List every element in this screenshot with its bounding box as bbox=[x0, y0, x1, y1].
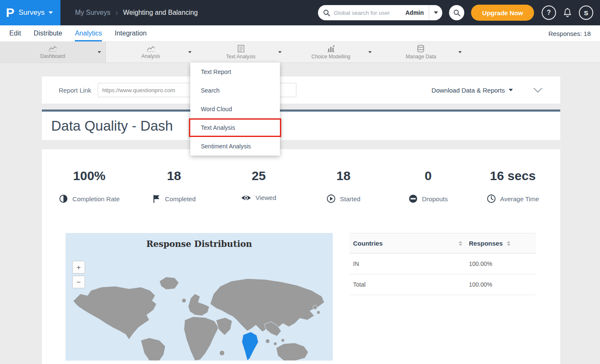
stat-label: Average Time bbox=[500, 195, 539, 203]
global-search-group: Admin bbox=[318, 5, 442, 20]
report-link-card: Report Link Download Data & Reports bbox=[42, 77, 560, 104]
toolbar-item-label: Dashboard bbox=[40, 53, 65, 59]
stat-value: 25 bbox=[216, 169, 301, 183]
document-icon bbox=[238, 45, 244, 52]
line-chart-icon bbox=[146, 45, 156, 52]
chevron-down-icon[interactable] bbox=[368, 51, 372, 53]
flag-icon bbox=[152, 194, 161, 203]
menu-item-search[interactable]: Search bbox=[190, 81, 280, 100]
toolbar-item-label: Analysis bbox=[141, 53, 160, 59]
world-map[interactable] bbox=[66, 257, 333, 361]
tab-distribute[interactable]: Distribute bbox=[34, 25, 63, 41]
table-row: IN 100.00% bbox=[350, 254, 536, 274]
breadcrumb-my-surveys[interactable]: My Surveys bbox=[75, 9, 110, 16]
upgrade-now-button[interactable]: Upgrade Now bbox=[471, 5, 534, 21]
map-title: Response Distribution bbox=[66, 239, 333, 249]
search-scope-selector[interactable]: Admin bbox=[405, 9, 424, 16]
toolbar-item-label: Manage Data bbox=[405, 54, 436, 60]
search-icon bbox=[453, 9, 460, 16]
distribution-section: Response Distribution + − bbox=[42, 233, 560, 361]
global-search-box[interactable]: Admin bbox=[318, 5, 429, 20]
chevron-down-icon[interactable] bbox=[278, 51, 282, 53]
bell-icon bbox=[563, 8, 572, 18]
breadcrumb-current-survey: Weighting and Balancing bbox=[123, 9, 198, 16]
stat-label: Viewed bbox=[255, 194, 276, 201]
chevron-down-icon bbox=[49, 11, 53, 14]
search-scope-dropdown-button[interactable] bbox=[429, 5, 442, 20]
survey-nav: Edit Distribute Analytics Integration Re… bbox=[0, 25, 600, 42]
minus-circle-icon bbox=[408, 194, 418, 203]
surveys-product-menu[interactable]: P Surveys bbox=[0, 0, 60, 25]
responses-count: Responses: 18 bbox=[548, 25, 591, 41]
zoom-in-button[interactable]: + bbox=[72, 261, 85, 274]
stat-completion-rate: 100% Completion Rate bbox=[47, 169, 132, 203]
play-icon bbox=[326, 194, 336, 203]
surveys-label: Surveys bbox=[19, 8, 44, 17]
country-cell: IN bbox=[353, 260, 469, 267]
analytics-toolbar: Dashboard Analysis Text Analysis Choice … bbox=[0, 42, 600, 63]
country-cell: Total bbox=[353, 281, 469, 288]
toolbar-item-dashboard[interactable]: Dashboard bbox=[0, 42, 106, 63]
sort-icon[interactable] bbox=[459, 241, 462, 246]
stat-label: Completed bbox=[165, 195, 196, 203]
stat-started: 18 Started bbox=[301, 169, 386, 203]
search-submit-button[interactable] bbox=[449, 5, 464, 20]
tab-integration[interactable]: Integration bbox=[115, 25, 147, 41]
collapse-section-button[interactable] bbox=[532, 86, 543, 94]
tab-edit[interactable]: Edit bbox=[9, 25, 21, 41]
country-india[interactable] bbox=[242, 332, 258, 361]
line-chart-icon bbox=[48, 45, 58, 52]
stat-value: 18 bbox=[132, 169, 216, 183]
response-distribution-map: Response Distribution + − bbox=[66, 233, 333, 361]
gauge-icon bbox=[59, 194, 68, 203]
avatar[interactable]: S bbox=[579, 5, 593, 20]
help-button[interactable]: ? bbox=[542, 5, 556, 20]
table-row: Total 100.00% bbox=[350, 274, 536, 295]
responses-cell: 100.00% bbox=[469, 281, 532, 288]
main-content: Report Link Download Data & Reports Data… bbox=[42, 77, 560, 364]
stat-label: Started bbox=[340, 195, 360, 203]
report-link-label: Report Link bbox=[59, 87, 91, 94]
stat-value: 0 bbox=[386, 169, 470, 183]
stat-average-time: 16 secs Average Time bbox=[471, 169, 555, 203]
countries-table-header: Countries Responses bbox=[350, 233, 536, 254]
zoom-out-button[interactable]: − bbox=[72, 276, 85, 288]
stat-value: 100% bbox=[47, 169, 132, 183]
chevron-down-icon[interactable] bbox=[458, 51, 462, 53]
chevron-down-icon[interactable] bbox=[188, 51, 192, 53]
bar-chart-icon bbox=[327, 45, 335, 52]
search-icon bbox=[323, 9, 330, 16]
chevron-down-icon[interactable] bbox=[98, 51, 101, 53]
stat-dropouts: 0 Dropouts bbox=[386, 169, 470, 203]
chevron-down-icon bbox=[509, 89, 513, 91]
toolbar-item-text-analysis[interactable]: Text Analysis bbox=[196, 42, 286, 63]
toolbar-item-label: Text Analysis bbox=[226, 54, 255, 60]
countries-header-label: Countries bbox=[353, 240, 383, 247]
breadcrumb-separator-icon: › bbox=[115, 8, 118, 17]
menu-item-text-report[interactable]: Text Report bbox=[190, 63, 280, 81]
global-search-input[interactable] bbox=[334, 10, 402, 16]
menu-item-word-cloud[interactable]: Word Cloud bbox=[190, 100, 280, 118]
toolbar-item-manage-data[interactable]: Manage Data bbox=[376, 42, 466, 63]
top-bar: P Surveys My Surveys › Weighting and Bal… bbox=[0, 0, 600, 25]
page-title: Data Quality - Dash bbox=[51, 118, 173, 134]
stat-value: 16 secs bbox=[471, 169, 555, 183]
menu-item-sentiment-analysis[interactable]: Sentiment Analysis bbox=[190, 137, 280, 156]
toolbar-item-choice-modelling[interactable]: Choice Modelling bbox=[286, 42, 376, 63]
menu-item-text-analysis[interactable]: Text Analysis bbox=[189, 118, 281, 137]
questionpro-logo: P bbox=[6, 6, 14, 19]
chevron-down-icon bbox=[434, 11, 438, 14]
database-icon bbox=[417, 45, 425, 52]
toolbar-item-analysis[interactable]: Analysis bbox=[106, 42, 196, 63]
notifications-button[interactable] bbox=[563, 8, 572, 18]
stat-completed: 18 Completed bbox=[132, 169, 216, 203]
stat-label: Dropouts bbox=[422, 195, 448, 203]
sort-icon[interactable] bbox=[507, 241, 510, 246]
stat-viewed: 25 Viewed bbox=[216, 169, 301, 203]
tab-analytics[interactable]: Analytics bbox=[75, 25, 102, 41]
eye-icon bbox=[241, 194, 251, 201]
toolbar-item-label: Choice Modelling bbox=[311, 54, 350, 60]
page-title-card: Data Quality - Dash bbox=[42, 109, 560, 140]
responses-header-label: Responses bbox=[469, 240, 503, 247]
download-data-reports-button[interactable]: Download Data & Reports bbox=[432, 87, 513, 94]
